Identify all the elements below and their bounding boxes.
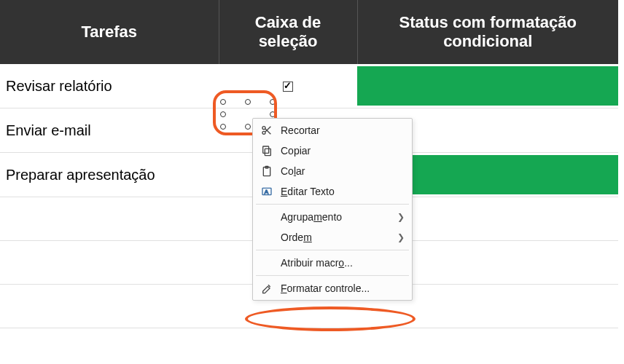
context-menu: Recortar Copiar Colar A Editar Texto Agr… — [252, 118, 413, 301]
menu-item-copy[interactable]: Copiar — [253, 141, 412, 161]
menu-label: Formatar controle... — [281, 282, 405, 294]
menu-item-order[interactable]: Ordem ❯ — [253, 227, 412, 248]
copy-icon — [259, 145, 275, 157]
empty-cell — [0, 197, 219, 241]
checkbox-cell — [219, 64, 357, 108]
menu-label: Agrupamento — [281, 211, 393, 223]
svg-point-0 — [262, 127, 265, 130]
status-fill — [357, 66, 618, 106]
menu-item-edit-text[interactable]: A Editar Texto — [253, 181, 412, 202]
menu-separator — [256, 204, 409, 205]
svg-point-1 — [262, 131, 265, 134]
empty-cell — [0, 241, 219, 285]
svg-rect-4 — [265, 149, 270, 155]
menu-separator — [256, 250, 409, 250]
scissors-icon — [259, 124, 275, 136]
checkbox-control[interactable] — [283, 82, 293, 92]
menu-item-assign-macro[interactable]: Atribuir macro... — [253, 253, 412, 273]
menu-separator — [256, 275, 409, 276]
menu-label: Copiar — [281, 145, 405, 157]
task-label: Preparar apresentação — [0, 153, 219, 197]
header-status: Status com formatação condicional — [357, 0, 618, 64]
menu-label: Ordem — [281, 232, 393, 243]
header-tasks: Tarefas — [0, 0, 219, 64]
header-row: Tarefas Caixa de seleção Status com form… — [0, 0, 618, 64]
edit-text-icon: A — [259, 186, 275, 197]
menu-item-cut[interactable]: Recortar — [253, 120, 412, 141]
table-row: Revisar relatório — [0, 64, 618, 108]
menu-item-paste[interactable]: Colar — [253, 161, 412, 181]
menu-item-format-control[interactable]: Formatar controle... — [253, 278, 412, 298]
menu-label: Colar — [281, 165, 405, 177]
chevron-right-icon: ❯ — [397, 232, 405, 242]
menu-label: Atribuir macro... — [281, 257, 405, 269]
menu-label: Editar Texto — [281, 186, 405, 197]
task-label: Revisar relatório — [0, 64, 219, 108]
menu-item-grouping[interactable]: Agrupamento ❯ — [253, 207, 412, 227]
header-checkbox: Caixa de seleção — [219, 0, 357, 64]
menu-label: Recortar — [281, 124, 405, 136]
status-cell — [357, 64, 618, 108]
svg-rect-5 — [263, 146, 269, 153]
clipboard-icon — [259, 165, 275, 177]
format-control-icon — [259, 282, 275, 294]
task-label: Enviar e-mail — [0, 108, 219, 153]
empty-cell — [0, 285, 219, 328]
svg-text:A: A — [265, 189, 269, 195]
chevron-right-icon: ❯ — [397, 212, 405, 222]
